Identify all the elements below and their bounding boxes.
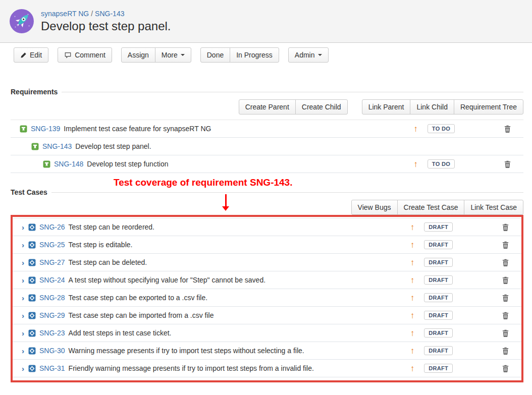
test-case-row-main: › SNG-27 Test step can be deleted. (13, 258, 147, 266)
expand-chevron-icon[interactable]: › (22, 365, 24, 372)
test-case-row: › SNG-30 Warning message presents if try… (13, 342, 521, 360)
row-controls: ↑ DRAFT (410, 240, 521, 249)
trash-icon (504, 125, 511, 133)
assign-more-button-group: Assign More (121, 47, 191, 63)
link-child-button[interactable]: Link Child (410, 99, 454, 115)
priority-arrow-up-icon: ↑ (410, 364, 415, 373)
expand-chevron-icon[interactable]: › (22, 276, 24, 284)
delete-button[interactable] (502, 365, 509, 372)
assign-button[interactable]: Assign (121, 47, 155, 63)
link-parent-button[interactable]: Link Parent (362, 99, 411, 115)
requirement-row: SNG-148 Develop test step function ↑ TO … (11, 155, 523, 173)
in-progress-button[interactable]: In Progress (230, 47, 279, 63)
priority-arrow-up-icon: ↑ (410, 223, 415, 232)
test-case-blue-icon (28, 329, 36, 337)
status-badge: DRAFT (424, 222, 453, 232)
expand-chevron-icon[interactable]: › (22, 312, 24, 319)
test-cases-section: Test coverage of requirement SNG-143. Te… (11, 188, 523, 382)
expand-chevron-icon[interactable]: › (22, 223, 24, 231)
status-badge: DRAFT (424, 311, 453, 320)
trash-icon (502, 259, 509, 266)
issue-key-link[interactable]: SNG-29 (39, 311, 65, 319)
more-menu-button[interactable]: More (155, 47, 191, 63)
edit-button[interactable]: Edit (14, 47, 48, 63)
delete-button[interactable] (502, 241, 509, 249)
issue-summary: Test step can be reordered. (69, 223, 154, 231)
expand-chevron-icon[interactable]: › (22, 329, 24, 337)
trash-icon (504, 160, 511, 168)
delete-button[interactable] (502, 294, 509, 302)
delete-button[interactable] (502, 259, 509, 266)
expand-chevron-icon[interactable]: › (22, 347, 24, 355)
issue-page: synapseRT NG/SNG-143 Develop test step p… (0, 0, 532, 395)
status-badge: DRAFT (424, 364, 453, 373)
delete-button[interactable] (504, 125, 511, 133)
test-case-row-main: › SNG-30 Warning message presents if try… (13, 347, 304, 355)
test-case-blue-icon (28, 276, 36, 284)
test-case-row: › SNG-25 Test step is editable. ↑ (13, 236, 521, 254)
workflow-button-group: Done In Progress (200, 47, 279, 63)
delete-button[interactable] (502, 312, 509, 319)
delete-button[interactable] (502, 276, 509, 284)
comment-button[interactable]: Comment (58, 47, 112, 63)
issue-key-link[interactable]: SNG-25 (39, 241, 65, 249)
breadcrumb: synapseRT NG/SNG-143 (41, 10, 171, 18)
issue-key-link[interactable]: SNG-143 (42, 142, 72, 150)
delete-button[interactable] (502, 347, 509, 355)
test-case-blue-icon (28, 312, 36, 319)
annotation-text: Test coverage of requirement SNG-143. (114, 177, 292, 188)
create-child-button[interactable]: Create Child (295, 99, 348, 115)
link-test-case-button[interactable]: Link Test Case (464, 200, 523, 215)
trash-icon (502, 223, 509, 231)
test-case-blue-icon (28, 223, 36, 231)
priority-arrow-up-icon: ↑ (410, 347, 415, 355)
view-bugs-button[interactable]: View Bugs (351, 200, 398, 215)
expand-chevron-icon[interactable]: › (22, 259, 24, 266)
issue-key-link[interactable]: SNG-26 (39, 223, 65, 231)
expand-chevron-icon[interactable]: › (22, 294, 24, 302)
test-case-row-main: › SNG-26 Test step can be reordered. (13, 223, 154, 231)
issue-key-link[interactable]: SNG-148 (54, 160, 83, 168)
issue-key-link[interactable]: SNG-30 (39, 347, 65, 355)
row-controls: ↑ DRAFT (410, 346, 521, 355)
admin-menu-button[interactable]: Admin (288, 47, 329, 63)
requirement-tree-label: Requirement Tree (460, 103, 517, 111)
more-button-label: More (162, 51, 178, 59)
issue-summary: Test step is editable. (69, 241, 133, 249)
expand-chevron-icon[interactable]: › (22, 241, 24, 249)
test-case-row: › SNG-24 A test step without specifying … (13, 271, 521, 289)
link-parent-label: Link Parent (368, 103, 404, 111)
test-cases-table: › SNG-26 Test step can be reordered. ↑ (13, 218, 521, 377)
delete-button[interactable] (504, 160, 511, 168)
issue-key-link[interactable]: SNG-27 (39, 258, 65, 266)
priority-arrow-up-icon: ↑ (410, 329, 415, 337)
done-button[interactable]: Done (200, 47, 230, 63)
requirements-table: SNG-139 Implement test case feature for … (11, 120, 523, 173)
priority-arrow-up-icon: ↑ (410, 311, 415, 320)
issue-key-link[interactable]: SNG-24 (39, 276, 65, 284)
issue-key-link[interactable]: SNG-31 (39, 364, 65, 372)
create-parent-button[interactable]: Create Parent (239, 99, 296, 115)
create-test-case-button[interactable]: Create Test Case (397, 200, 465, 215)
test-case-row: › SNG-27 Test step can be deleted. ↑ (13, 254, 521, 271)
test-cases-button-bar: View Bugs Create Test Case Link Test Cas… (11, 200, 523, 215)
issue-key-link[interactable]: SNG-28 (39, 294, 65, 302)
issue-toolbar: Edit Comment Assign More Done In Progres… (11, 43, 523, 63)
test-case-blue-icon (28, 365, 36, 372)
edit-button-label: Edit (30, 51, 42, 59)
trash-icon (502, 312, 509, 319)
comment-bubble-icon (64, 51, 72, 59)
issue-summary: Implement test case feature for synapseR… (64, 125, 211, 133)
delete-button[interactable] (502, 329, 509, 337)
issue-key-link[interactable]: SNG-23 (39, 329, 65, 337)
chevron-down-icon (318, 54, 322, 56)
requirement-tree-button[interactable]: Requirement Tree (454, 99, 523, 115)
breadcrumb-issue-link[interactable]: SNG-143 (95, 10, 124, 18)
delete-button[interactable] (502, 223, 509, 231)
issue-key-link[interactable]: SNG-139 (31, 125, 60, 133)
create-child-label: Create Child (302, 103, 341, 111)
link-child-label: Link Child (416, 103, 447, 111)
breadcrumb-project-link[interactable]: synapseRT NG (41, 10, 89, 18)
row-controls: ↑ DRAFT (410, 311, 521, 320)
status-badge: TO DO (428, 159, 455, 168)
